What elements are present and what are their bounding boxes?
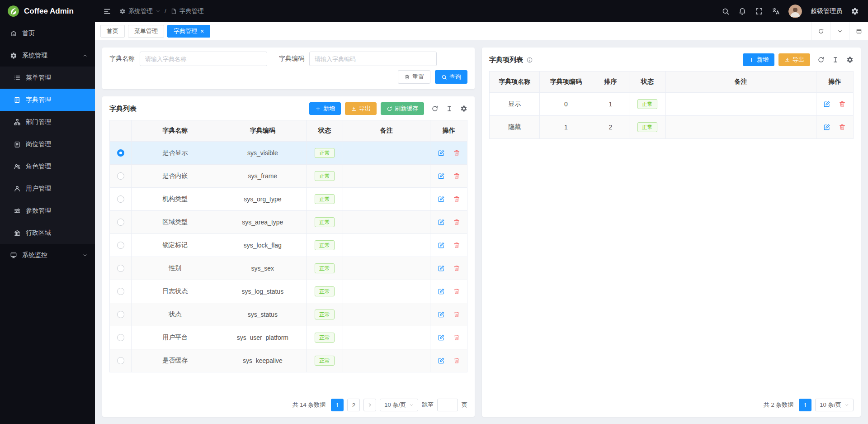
- next-page-button[interactable]: [363, 399, 376, 411]
- dict-row-sys_sex[interactable]: 性别 sys_sex 正常: [110, 257, 467, 280]
- edit-icon[interactable]: [823, 124, 830, 131]
- row-radio[interactable]: [117, 242, 124, 249]
- tab-menu-management[interactable]: 菜单管理: [128, 25, 164, 38]
- dict-code-input[interactable]: [309, 52, 437, 66]
- dict-row-sys_lock_flag[interactable]: 锁定标记 sys_lock_flag 正常: [110, 234, 467, 257]
- add-dict-button[interactable]: 新增: [309, 102, 341, 115]
- edit-icon[interactable]: [823, 100, 830, 108]
- dict-row-sys_visible[interactable]: 是否显示 sys_visible 正常: [110, 142, 467, 165]
- page-button-2[interactable]: 2: [347, 399, 360, 411]
- sidebar-item-menu-management[interactable]: 菜单管理: [0, 67, 95, 89]
- table-settings-icon[interactable]: [846, 56, 854, 63]
- edit-icon[interactable]: [438, 265, 445, 272]
- row-radio[interactable]: [117, 265, 124, 272]
- tabs-fullscreen-icon[interactable]: [849, 22, 868, 40]
- delete-icon[interactable]: [453, 242, 460, 249]
- settings-gear-icon[interactable]: [851, 7, 859, 15]
- edit-icon[interactable]: [438, 288, 445, 295]
- per-page-select[interactable]: 10 条/页: [815, 399, 854, 411]
- table-refresh-icon[interactable]: [817, 56, 825, 63]
- caret-down-icon: [409, 403, 414, 407]
- delete-icon[interactable]: [839, 100, 846, 108]
- bell-icon[interactable]: [738, 7, 746, 15]
- dict-row-sys_frame[interactable]: 是否内嵌 sys_frame 正常: [110, 165, 467, 188]
- breadcrumb-item-system[interactable]: 系统管理: [119, 7, 160, 15]
- sidebar-item-admin-region[interactable]: 行政区域: [0, 222, 95, 244]
- list-icon: [14, 74, 21, 81]
- breadcrumb-item-dict[interactable]: 字典管理: [170, 7, 204, 15]
- tab-dict-management[interactable]: 字典管理 ×: [167, 25, 210, 38]
- edit-icon[interactable]: [438, 242, 445, 249]
- delete-icon[interactable]: [453, 172, 460, 180]
- sidebar-item-dept-management[interactable]: 部门管理: [0, 111, 95, 133]
- edit-icon[interactable]: [438, 311, 445, 318]
- refresh-cache-button[interactable]: 刷新缓存: [381, 102, 424, 115]
- row-radio[interactable]: [117, 288, 124, 295]
- sidebar-collapse-icon[interactable]: [103, 7, 111, 15]
- tabs-refresh-icon[interactable]: [811, 22, 830, 40]
- row-radio[interactable]: [117, 334, 124, 341]
- delete-icon[interactable]: [453, 334, 460, 341]
- row-radio[interactable]: [117, 195, 124, 203]
- row-radio[interactable]: [117, 172, 124, 180]
- dict-row-sys_keepalive[interactable]: 是否缓存 sys_keepalive 正常: [110, 349, 467, 372]
- close-icon[interactable]: ×: [200, 28, 204, 34]
- delete-icon[interactable]: [453, 195, 460, 203]
- edit-icon[interactable]: [438, 357, 445, 364]
- export-dict-button[interactable]: 导出: [345, 102, 377, 115]
- edit-icon[interactable]: [438, 334, 445, 341]
- page-button-1[interactable]: 1: [799, 399, 811, 411]
- sidebar-item-system-monitor[interactable]: 系统监控: [0, 244, 95, 266]
- row-radio[interactable]: [117, 357, 124, 364]
- sidebar-item-param-management[interactable]: 参数管理: [0, 200, 95, 222]
- dict-item-row[interactable]: 显示 0 1 正常: [490, 93, 853, 116]
- sidebar-item-dict-management[interactable]: 字典管理: [0, 89, 95, 111]
- fullscreen-icon[interactable]: [755, 7, 763, 15]
- delete-icon[interactable]: [453, 149, 460, 157]
- delete-icon[interactable]: [453, 288, 460, 295]
- dict-row-sys_user_platform[interactable]: 用户平台 sys_user_platform 正常: [110, 326, 467, 349]
- dict-row-sys_org_type[interactable]: 机构类型 sys_org_type 正常: [110, 188, 467, 211]
- dict-name-input[interactable]: [140, 52, 267, 66]
- avatar[interactable]: [788, 5, 802, 18]
- search-icon[interactable]: [722, 7, 730, 15]
- edit-icon[interactable]: [438, 219, 445, 226]
- tab-home[interactable]: 首页: [100, 25, 125, 38]
- sidebar-item-post-management[interactable]: 岗位管理: [0, 133, 95, 155]
- sidebar-item-home[interactable]: 首页: [0, 22, 95, 44]
- table-settings-icon[interactable]: [460, 105, 467, 112]
- translate-icon[interactable]: [772, 7, 780, 15]
- username[interactable]: 超级管理员: [811, 7, 842, 15]
- delete-icon[interactable]: [453, 311, 460, 318]
- table-stripe-icon[interactable]: [446, 105, 453, 112]
- delete-icon[interactable]: [453, 357, 460, 364]
- export-items-button[interactable]: 导出: [778, 53, 810, 66]
- jump-page-input[interactable]: [437, 399, 458, 411]
- app-logo[interactable]: Coffee Admin: [0, 0, 95, 22]
- sidebar-item-role-management[interactable]: 角色管理: [0, 155, 95, 177]
- table-stripe-icon[interactable]: [832, 56, 839, 63]
- sidebar-item-system-management[interactable]: 系统管理: [0, 44, 95, 67]
- per-page-select[interactable]: 10 条/页: [380, 399, 418, 411]
- dict-row-sys_log_status[interactable]: 日志状态 sys_log_status 正常: [110, 280, 467, 303]
- dict-row-sys_area_type[interactable]: 区域类型 sys_area_type 正常: [110, 211, 467, 234]
- tabs-dropdown-icon[interactable]: [830, 22, 849, 40]
- sidebar-item-user-management[interactable]: 用户管理: [0, 177, 95, 200]
- row-radio[interactable]: [117, 311, 124, 318]
- delete-icon[interactable]: [453, 265, 460, 272]
- reset-button[interactable]: 重置: [398, 70, 430, 84]
- table-refresh-icon[interactable]: [431, 105, 439, 112]
- dict-item-row[interactable]: 隐藏 1 2 正常: [490, 116, 853, 139]
- dict-column: 字典名称 字典编码 重置: [102, 48, 475, 417]
- delete-icon[interactable]: [453, 219, 460, 226]
- dict-row-sys_status[interactable]: 状态 sys_status 正常: [110, 303, 467, 326]
- edit-icon[interactable]: [438, 172, 445, 180]
- page-button-1[interactable]: 1: [331, 399, 344, 411]
- query-button[interactable]: 查询: [435, 70, 467, 84]
- add-item-button[interactable]: 新增: [743, 53, 774, 66]
- edit-icon[interactable]: [438, 195, 445, 203]
- edit-icon[interactable]: [438, 149, 445, 157]
- delete-icon[interactable]: [839, 124, 846, 131]
- row-radio[interactable]: [117, 149, 124, 157]
- row-radio[interactable]: [117, 219, 124, 226]
